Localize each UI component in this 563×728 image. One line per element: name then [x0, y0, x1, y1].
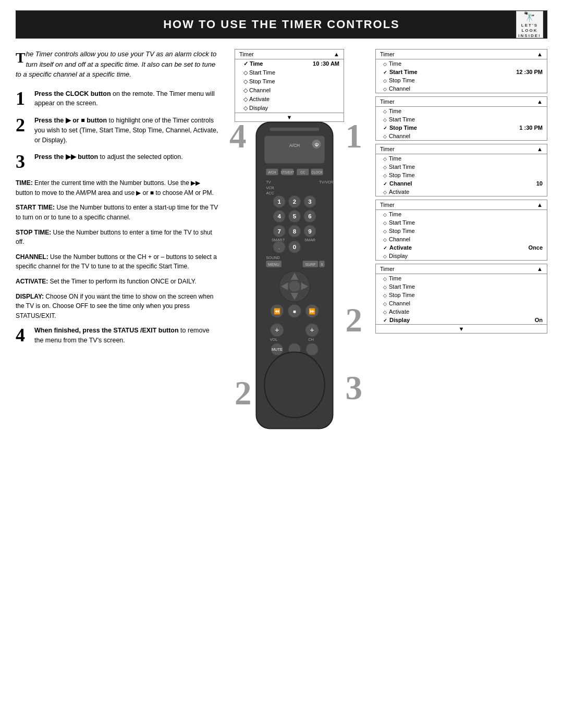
step-1-number: 1	[16, 89, 29, 108]
step-2-bold: Press the ▶ or ■ button	[34, 117, 107, 124]
header-badge: 🔭 Let'sLookInside!	[516, 11, 543, 38]
tv-row-channel: ◇Channel	[235, 86, 344, 95]
menu2-header: Timer ▲	[376, 97, 547, 107]
svg-text:⏪: ⏪	[274, 308, 281, 315]
svg-text:ACC: ACC	[266, 191, 274, 195]
tv-row-time: ✓Time 10 :30 AM	[235, 59, 344, 68]
overlay-step-3: 3	[346, 371, 363, 405]
svg-text:MENU: MENU	[268, 262, 279, 267]
tv-screen-box: Timer ▲ ✓Time 10 :30 AM ◇Start Time ◇Sto…	[235, 49, 344, 122]
svg-text:2: 2	[293, 199, 296, 205]
menu4-row-time: ◇Time	[376, 210, 547, 218]
tv-row-activate: ◇Activate	[235, 95, 344, 104]
remote-wrapper: 4 1 2 3 2 A/CH ⏻ A/CH	[240, 117, 354, 436]
menu5-title: Timer	[380, 266, 395, 272]
menu1-row-start-time: ✓Start Time12 :30 PM	[376, 68, 547, 76]
step-3-number: 3	[16, 152, 29, 171]
svg-text:■: ■	[293, 309, 296, 314]
svg-text:CH: CH	[308, 338, 314, 342]
overlay-step-2-right: 2	[346, 303, 363, 337]
step-1: 1 Press the CLOCK button on the remote. …	[16, 89, 219, 109]
svg-text:5: 5	[293, 213, 297, 219]
menu5-row-time: ◇Time	[376, 274, 547, 282]
svg-text:VOL: VOL	[270, 338, 278, 342]
page-header: How to Use the Timer Controls 🔭 Let'sLoo…	[16, 10, 547, 39]
menu4-row-display: ◇Display	[376, 252, 547, 260]
menu2-title: Timer	[380, 98, 395, 105]
step-1-bold: Press the CLOCK button	[34, 90, 111, 97]
svg-text:II: II	[321, 262, 323, 267]
overlay-step-1: 1	[346, 119, 363, 153]
menu5-row-start-time: ◇Start Time	[376, 282, 547, 291]
remote-svg: A/CH ⏻ A/CH STS/EXT CC CLOCK TV VCR ACC …	[240, 117, 349, 434]
activate-section: ACTIVATE: Set the Timer to perform its f…	[16, 277, 219, 287]
step-2-content: Press the ▶ or ■ button to highlight one…	[34, 116, 219, 145]
step-2-number: 2	[16, 116, 29, 134]
menu4-row-stop-time: ◇Stop Time	[376, 227, 547, 235]
menu5-row-channel: ◇Channel	[376, 299, 547, 307]
menu3-row-stop-time: ◇Stop Time	[376, 171, 547, 179]
svg-text:MUTE: MUTE	[272, 347, 283, 352]
svg-text:CC: CC	[300, 170, 305, 174]
svg-text:STS/EXT: STS/EXT	[280, 170, 294, 174]
menu2-row-start-time: ◇Start Time	[376, 115, 547, 124]
menu3-row-start-time: ◇Start Time	[376, 163, 547, 171]
step-4-bold: When finished, press the STATUS /EXIT bu…	[34, 327, 179, 334]
svg-text:9: 9	[308, 228, 311, 235]
menu4-title: Timer	[380, 202, 395, 208]
right-column: Timer ▲ ◇Time ✓Start Time12 :30 PM ◇Stop…	[375, 49, 547, 403]
menu4-header: Timer ▲	[376, 200, 547, 210]
step-3-content: Press the ▶▶ button to adjust the select…	[34, 152, 183, 162]
menu4-row-activate: ✓ActivateOnce	[376, 243, 547, 252]
svg-text:VCR: VCR	[266, 186, 274, 190]
time-section: TIME: Enter the current time with the Nu…	[16, 178, 219, 198]
step-3-bold: Press the ▶▶ button	[34, 153, 98, 161]
svg-text:A/CH: A/CH	[289, 143, 300, 148]
menu3-row-time: ◇Time	[376, 154, 547, 163]
svg-text:+: +	[310, 326, 314, 334]
menu3-title: Timer	[380, 146, 395, 152]
svg-text:4: 4	[277, 213, 281, 219]
menu1-title: Timer	[380, 51, 395, 57]
menu5-header: Timer ▲	[376, 264, 547, 274]
intro-text: he Timer controls allow you to use your …	[16, 50, 216, 78]
tv-row-start-time: ◇Start Time	[235, 68, 344, 77]
svg-text:6: 6	[308, 213, 311, 219]
menu1-row-time: ◇Time	[376, 59, 547, 68]
stop-time-section: STOP TIME: Use the Number buttons to ent…	[16, 228, 219, 247]
start-time-section: START TIME: Use the Number buttons to en…	[16, 203, 219, 222]
menu3-row-channel: ✓Channel10	[376, 179, 547, 188]
svg-text:.: .	[278, 244, 280, 250]
svg-text:SMAR: SMAR	[304, 238, 315, 242]
menu2-row-stop-time: ✓Stop Time1 :30 PM	[376, 124, 547, 132]
svg-rect-1	[270, 128, 320, 131]
menu-screen-4: Timer ▲ ◇Time ◇Start Time ◇Stop Time ◇Ch…	[375, 200, 547, 261]
svg-text:CLOCK: CLOCK	[311, 170, 323, 174]
svg-text:1: 1	[277, 199, 281, 205]
step-3: 3 Press the ▶▶ button to adjust the sele…	[16, 152, 219, 171]
step-4: 4 When finished, press the STATUS /EXIT …	[16, 326, 219, 346]
menu-screen-5: Timer ▲ ◇Time ◇Start Time ◇Stop Time ◇Ch…	[375, 264, 547, 334]
menu1-arrow: ▲	[537, 51, 543, 57]
header-title: How to Use the Timer Controls	[163, 18, 400, 31]
svg-text:SOUND: SOUND	[266, 255, 279, 260]
svg-text:0: 0	[293, 244, 296, 250]
step-1-content: Press the CLOCK button on the remote. Th…	[34, 89, 219, 109]
display-section: DISPLAY: Choose ON if you want the time …	[16, 292, 219, 321]
menu3-row-activate: ◇Activate	[376, 188, 547, 196]
menu-screen-1: Timer ▲ ◇Time ✓Start Time12 :30 PM ◇Stop…	[375, 49, 547, 93]
svg-point-54	[289, 281, 300, 292]
tv-row-display: ◇Display	[235, 104, 344, 113]
menu3-header: Timer ▲	[376, 144, 547, 154]
tv-header-left: Timer	[239, 51, 254, 57]
menu1-header: Timer ▲	[376, 50, 547, 59]
menu2-arrow: ▲	[537, 98, 543, 105]
svg-text:⏩: ⏩	[309, 308, 316, 315]
body-text: TIME: Enter the current time with the Nu…	[16, 178, 219, 320]
center-column: Timer ▲ ✓Time 10 :30 AM ◇Start Time ◇Sto…	[229, 49, 365, 403]
svg-point-71	[264, 352, 325, 418]
svg-text:+: +	[275, 326, 279, 334]
tv-header-right: ▲	[334, 51, 339, 57]
menu5-footer: ▼	[376, 324, 547, 333]
svg-text:3: 3	[308, 199, 311, 205]
